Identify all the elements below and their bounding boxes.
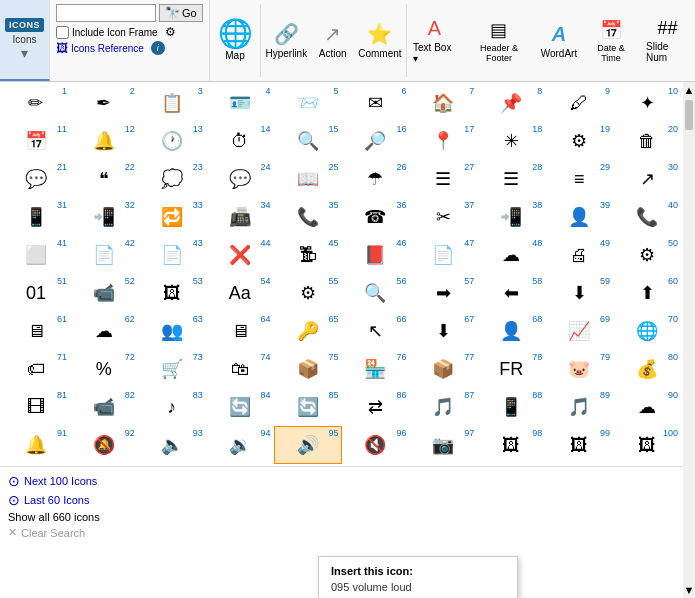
icon-cell-67[interactable]: ⬇67 <box>409 312 477 350</box>
icon-cell-11[interactable]: 📅11 <box>2 122 70 160</box>
icon-cell-78[interactable]: FR78 <box>477 350 545 388</box>
textbox-button[interactable]: A Text Box ▾ <box>407 0 462 81</box>
icon-cell-100[interactable]: 🖼100 <box>613 426 681 464</box>
icon-cell-35[interactable]: 📞35 <box>274 198 342 236</box>
icon-cell-45[interactable]: 🗜45 <box>274 236 342 274</box>
icon-cell-66[interactable]: ↖66 <box>342 312 410 350</box>
icon-cell-24[interactable]: 💬24 <box>206 160 274 198</box>
header-footer-button[interactable]: ▤ Header & Footer <box>462 0 536 81</box>
icon-cell-62[interactable]: ☁62 <box>70 312 138 350</box>
include-frame-checkbox[interactable] <box>56 26 69 39</box>
icon-cell-59[interactable]: ⬇59 <box>545 274 613 312</box>
icon-cell-30[interactable]: ↗30 <box>613 160 681 198</box>
next-100-link[interactable]: ⊙ Next 100 Icons <box>8 473 675 489</box>
icon-cell-5[interactable]: 📨5 <box>274 84 342 122</box>
scroll-thumb[interactable] <box>685 100 693 130</box>
icon-cell-88[interactable]: 📱88 <box>477 388 545 426</box>
icon-cell-48[interactable]: ☁48 <box>477 236 545 274</box>
icon-cell-9[interactable]: 🖊9 <box>545 84 613 122</box>
icon-cell-68[interactable]: 👤68 <box>477 312 545 350</box>
icon-cell-55[interactable]: ⚙55 <box>274 274 342 312</box>
icon-cell-90[interactable]: ☁90 <box>613 388 681 426</box>
icon-cell-77[interactable]: 📦77 <box>409 350 477 388</box>
icon-cell-72[interactable]: %72 <box>70 350 138 388</box>
icon-cell-29[interactable]: ≡29 <box>545 160 613 198</box>
icon-cell-61[interactable]: 🖥61 <box>2 312 70 350</box>
icon-cell-21[interactable]: 💬21 <box>2 160 70 198</box>
icon-cell-31[interactable]: 📱31 <box>2 198 70 236</box>
icon-cell-75[interactable]: 📦75 <box>274 350 342 388</box>
icon-cell-73[interactable]: 🛒73 <box>138 350 206 388</box>
icon-cell-85[interactable]: 🔄85 <box>274 388 342 426</box>
icon-cell-69[interactable]: 📈69 <box>545 312 613 350</box>
icon-cell-82[interactable]: 📹82 <box>70 388 138 426</box>
hyperlink-button[interactable]: 🔗 Hyperlink <box>261 0 312 81</box>
icon-cell-70[interactable]: 🌐70 <box>613 312 681 350</box>
action-button[interactable]: ↗ Action <box>312 0 354 81</box>
icon-cell-13[interactable]: 🕐13 <box>138 122 206 160</box>
icon-cell-40[interactable]: 📞40 <box>613 198 681 236</box>
icon-cell-27[interactable]: ☰27 <box>409 160 477 198</box>
icon-cell-28[interactable]: ☰28 <box>477 160 545 198</box>
icon-cell-65[interactable]: 🔑65 <box>274 312 342 350</box>
icon-cell-46[interactable]: 📕46 <box>342 236 410 274</box>
icon-cell-22[interactable]: ❝22 <box>70 160 138 198</box>
icon-cell-47[interactable]: 📄47 <box>409 236 477 274</box>
icons-ribbon-tab[interactable]: ICONS Icons ▾ <box>0 0 50 81</box>
icon-cell-10[interactable]: ✦10 <box>613 84 681 122</box>
icon-cell-18[interactable]: ✳18 <box>477 122 545 160</box>
icon-cell-56[interactable]: 🔍56 <box>342 274 410 312</box>
icon-cell-93[interactable]: 🔈93 <box>138 426 206 464</box>
icon-cell-74[interactable]: 🛍74 <box>206 350 274 388</box>
scroll-down-button[interactable]: ▼ <box>683 582 695 598</box>
icon-cell-17[interactable]: 📍17 <box>409 122 477 160</box>
icon-cell-60[interactable]: ⬆60 <box>613 274 681 312</box>
icon-cell-1[interactable]: ✏1 <box>2 84 70 122</box>
wordart-button[interactable]: A WordArt <box>536 0 582 81</box>
icon-cell-7[interactable]: 🏠7 <box>409 84 477 122</box>
icon-cell-41[interactable]: ⬜41 <box>2 236 70 274</box>
search-input[interactable] <box>56 4 156 22</box>
icon-cell-3[interactable]: 📋3 <box>138 84 206 122</box>
icon-cell-38[interactable]: 📲38 <box>477 198 545 236</box>
icon-cell-98[interactable]: 🖼98 <box>477 426 545 464</box>
icon-cell-50[interactable]: ⚙50 <box>613 236 681 274</box>
icon-cell-51[interactable]: 0151 <box>2 274 70 312</box>
icon-cell-83[interactable]: ♪83 <box>138 388 206 426</box>
icon-cell-92[interactable]: 🔕92 <box>70 426 138 464</box>
icon-cell-42[interactable]: 📄42 <box>70 236 138 274</box>
icon-cell-49[interactable]: 🖨49 <box>545 236 613 274</box>
icon-cell-54[interactable]: Aa54 <box>206 274 274 312</box>
icon-cell-99[interactable]: 🖼99 <box>545 426 613 464</box>
icon-cell-44[interactable]: ❌44 <box>206 236 274 274</box>
icon-cell-97[interactable]: 📷97 <box>409 426 477 464</box>
go-button[interactable]: 🔭 Go <box>159 4 203 22</box>
slide-num-button[interactable]: ## Slide Num <box>640 0 695 81</box>
icon-cell-2[interactable]: ✒2 <box>70 84 138 122</box>
icon-cell-19[interactable]: ⚙19 <box>545 122 613 160</box>
icon-cell-87[interactable]: 🎵87 <box>409 388 477 426</box>
icon-cell-12[interactable]: 🔔12 <box>70 122 138 160</box>
icon-cell-52[interactable]: 📹52 <box>70 274 138 312</box>
icon-cell-37[interactable]: ✂37 <box>409 198 477 236</box>
map-button[interactable]: 🌐 Map <box>210 0 260 81</box>
last-60-link[interactable]: ⊙ Last 60 Icons <box>8 492 675 508</box>
icon-cell-76[interactable]: 🏪76 <box>342 350 410 388</box>
icon-cell-64[interactable]: 🖥64 <box>206 312 274 350</box>
icon-cell-36[interactable]: ☎36 <box>342 198 410 236</box>
icon-cell-63[interactable]: 👥63 <box>138 312 206 350</box>
icon-cell-91[interactable]: 🔔91 <box>2 426 70 464</box>
icon-cell-89[interactable]: 🎵89 <box>545 388 613 426</box>
icon-cell-16[interactable]: 🔎16 <box>342 122 410 160</box>
icon-cell-6[interactable]: ✉6 <box>342 84 410 122</box>
icon-cell-15[interactable]: 🔍15 <box>274 122 342 160</box>
icon-cell-4[interactable]: 🪪4 <box>206 84 274 122</box>
icon-cell-94[interactable]: 🔉94 <box>206 426 274 464</box>
icon-cell-53[interactable]: 🖼53 <box>138 274 206 312</box>
icon-cell-32[interactable]: 📲32 <box>70 198 138 236</box>
icon-cell-43[interactable]: 📄43 <box>138 236 206 274</box>
icon-cell-26[interactable]: ☂26 <box>342 160 410 198</box>
scroll-track[interactable] <box>683 132 695 582</box>
icon-cell-57[interactable]: ➡57 <box>409 274 477 312</box>
date-time-button[interactable]: 📅 Date & Time <box>582 0 640 81</box>
